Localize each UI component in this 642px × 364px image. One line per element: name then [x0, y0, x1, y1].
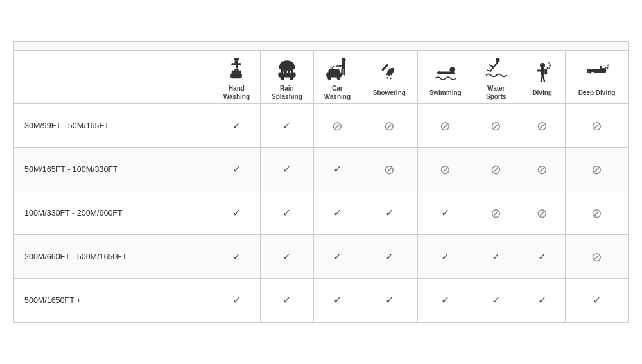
not-allowed: ⊘ — [490, 119, 501, 133]
checkmark: ✓ — [282, 207, 291, 218]
checkmark: ✓ — [333, 164, 342, 175]
column-header-deep-diving: Deep Diving — [566, 51, 629, 104]
row-label-2: 100M/330FT - 200M/660FT — [14, 191, 213, 235]
cell-1-1: ✓ — [260, 148, 313, 191]
svg-rect-56 — [544, 68, 547, 74]
header-top-row — [14, 42, 629, 51]
checkmark: ✓ — [441, 295, 449, 306]
cell-2-4: ✓ — [417, 191, 473, 235]
cell-3-7: ⊘ — [566, 235, 629, 279]
cell-2-1: ✓ — [260, 191, 313, 235]
cell-4-5: ✓ — [473, 279, 519, 322]
cell-3-2: ✓ — [314, 235, 361, 279]
svg-rect-8 — [234, 69, 236, 74]
checkmark: ✓ — [232, 295, 241, 306]
waterproof-table: Hand Washing Rain Splashing Car Washing — [13, 41, 629, 323]
column-label-diving: Diving — [532, 89, 552, 97]
checkmark: ✓ — [282, 120, 291, 131]
cell-2-3: ✓ — [361, 191, 417, 235]
cell-0-3: ⊘ — [361, 104, 417, 148]
table-row: 50M/165FT - 100M/330FT✓✓✓⊘⊘⊘⊘⊘ — [14, 148, 629, 191]
svg-rect-24 — [344, 69, 345, 76]
rain-icon — [274, 56, 300, 82]
svg-point-66 — [605, 67, 607, 69]
column-label-water-sports: Water Sports — [486, 84, 507, 101]
column-label-showering: Showering — [373, 89, 406, 97]
checkmark: ✓ — [492, 251, 500, 262]
svg-point-38 — [391, 74, 392, 75]
checkmark: ✓ — [538, 251, 546, 262]
cell-3-1: ✓ — [260, 235, 313, 279]
not-allowed: ⊘ — [332, 119, 343, 133]
column-header-diving: Diving — [519, 51, 566, 104]
svg-rect-25 — [340, 65, 343, 66]
svg-line-50 — [487, 70, 490, 71]
svg-point-17 — [290, 76, 293, 80]
not-allowed: ⊘ — [537, 162, 548, 177]
svg-rect-26 — [336, 65, 340, 67]
cell-0-5: ⊘ — [473, 104, 519, 148]
cell-1-4: ⊘ — [417, 148, 473, 191]
cell-0-2: ⊘ — [314, 104, 361, 148]
column-label-deep-diving: Deep Diving — [578, 89, 616, 97]
cell-4-6: ✓ — [519, 279, 566, 322]
svg-point-42 — [449, 67, 455, 72]
icon-header-row: Hand Washing Rain Splashing Car Washing — [14, 51, 629, 104]
not-allowed: ⊘ — [591, 162, 602, 177]
svg-line-47 — [494, 62, 498, 67]
column-header-water-sports: Water Sports — [473, 51, 519, 104]
svg-point-21 — [342, 58, 346, 62]
row-label-3: 200M/660FT - 500M/1650FT — [14, 235, 213, 279]
checkmark: ✓ — [232, 207, 241, 218]
svg-point-58 — [549, 64, 550, 65]
svg-point-41 — [387, 67, 391, 71]
cell-1-6: ⊘ — [519, 148, 566, 191]
svg-rect-65 — [600, 65, 602, 70]
cell-4-1: ✓ — [260, 279, 313, 322]
empty-header — [14, 51, 213, 104]
column-header-swimming: Swimming — [417, 51, 473, 104]
checkmark: ✓ — [385, 207, 394, 218]
cell-2-2: ✓ — [314, 191, 361, 235]
checkmark: ✓ — [441, 251, 449, 262]
checkmark: ✓ — [282, 164, 291, 175]
cell-4-2: ✓ — [314, 279, 361, 322]
svg-point-27 — [333, 66, 334, 67]
checkmark: ✓ — [492, 295, 500, 306]
diving-icon — [530, 60, 555, 86]
column-label-swimming: Swimming — [429, 89, 462, 97]
checkmark: ✓ — [385, 295, 394, 306]
svg-point-39 — [387, 77, 388, 78]
svg-point-51 — [540, 63, 545, 68]
svg-rect-10 — [239, 70, 241, 74]
table-row: 30M/99FT - 50M/165FT✓✓⊘⊘⊘⊘⊘⊘ — [14, 104, 629, 148]
svg-point-32 — [328, 76, 332, 80]
cell-2-6: ⊘ — [519, 191, 566, 235]
cell-2-5: ⊘ — [473, 191, 519, 235]
checkmark: ✓ — [538, 295, 546, 306]
checkmark: ✓ — [282, 251, 291, 262]
svg-rect-0 — [234, 58, 239, 60]
cell-2-7: ⊘ — [566, 191, 629, 235]
svg-line-49 — [490, 67, 494, 71]
svg-point-40 — [390, 77, 391, 78]
not-allowed: ⊘ — [537, 206, 548, 220]
svg-rect-9 — [237, 69, 239, 74]
cell-2-0: ✓ — [213, 191, 261, 235]
svg-rect-61 — [593, 69, 605, 73]
svg-point-29 — [331, 66, 332, 67]
not-allowed: ⊘ — [384, 119, 395, 133]
not-allowed: ⊘ — [440, 162, 451, 177]
svg-point-59 — [548, 62, 550, 64]
svg-rect-55 — [542, 75, 545, 82]
svg-point-67 — [607, 64, 609, 65]
hand-wash-icon — [223, 56, 249, 82]
checkmark: ✓ — [333, 207, 342, 218]
table-body: 30M/99FT - 50M/165FT✓✓⊘⊘⊘⊘⊘⊘50M/165FT - … — [14, 104, 629, 322]
checkmark: ✓ — [593, 295, 601, 306]
not-allowed: ⊘ — [537, 119, 548, 133]
column-label-rain-splashing: Rain Splashing — [272, 84, 302, 101]
checkmark: ✓ — [333, 251, 342, 262]
not-allowed: ⊘ — [591, 206, 602, 220]
svg-rect-53 — [537, 69, 543, 71]
